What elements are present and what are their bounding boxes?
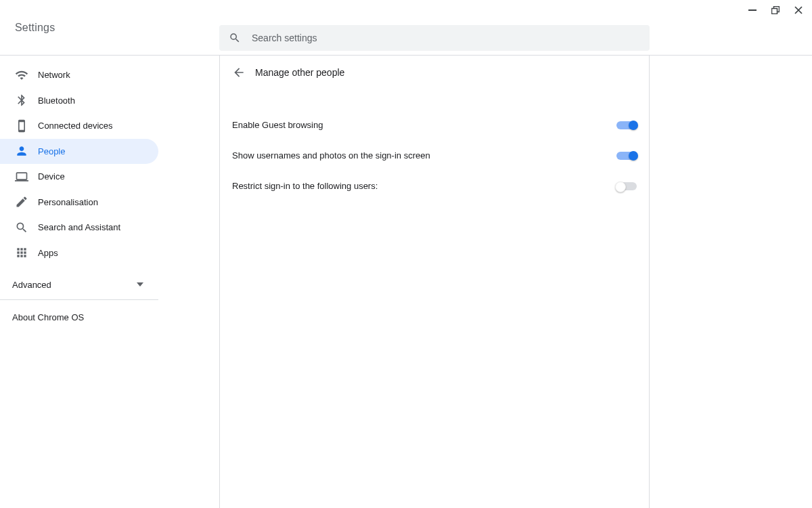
- restore-button[interactable]: [770, 5, 781, 16]
- sidebar-item-people[interactable]: People: [0, 139, 158, 165]
- sidebar-item-apps[interactable]: Apps: [0, 240, 158, 266]
- sidebar-item-label: People: [38, 146, 65, 156]
- pencil-icon: [15, 195, 28, 209]
- sidebar-item-label: Connected devices: [38, 121, 113, 131]
- search-icon: [229, 32, 241, 44]
- setting-label: Show usernames and photos on the sign-in…: [232, 150, 430, 161]
- sidebar-about[interactable]: About Chrome OS: [0, 300, 158, 334]
- sidebar-item-label: Personalisation: [38, 197, 98, 207]
- app-title: Settings: [0, 22, 55, 34]
- sidebar-item-bluetooth[interactable]: Bluetooth: [0, 88, 158, 114]
- sidebar-item-label: Device: [38, 171, 65, 182]
- apps-icon: [15, 246, 28, 259]
- sidebar-item-label: Network: [38, 70, 70, 80]
- search-field[interactable]: [219, 25, 650, 51]
- sidebar: Network Bluetooth Connected devices Peop…: [0, 56, 158, 508]
- arrow-back-icon: [232, 66, 246, 79]
- chevron-down-icon: [137, 282, 143, 287]
- close-button[interactable]: [793, 5, 804, 16]
- about-label: About Chrome OS: [12, 312, 84, 322]
- wifi-icon: [15, 68, 28, 82]
- sidebar-item-search-assistant[interactable]: Search and Assistant: [0, 215, 158, 240]
- sidebar-item-network[interactable]: Network: [0, 62, 158, 88]
- page-title: Manage other people: [255, 67, 344, 78]
- setting-label: Restrict sign-in to the following users:: [232, 181, 378, 191]
- sidebar-item-label: Search and Assistant: [38, 222, 120, 232]
- window-controls: [739, 0, 812, 20]
- sidebar-advanced-toggle[interactable]: Advanced: [0, 270, 158, 299]
- svg-rect-2: [772, 9, 777, 14]
- search-icon: [15, 221, 28, 234]
- sidebar-item-connected-devices[interactable]: Connected devices: [0, 113, 158, 139]
- main-content: Manage other people Enable Guest browsin…: [219, 56, 650, 508]
- setting-show-usernames: Show usernames and photos on the sign-in…: [220, 140, 649, 171]
- search-input[interactable]: [250, 32, 640, 44]
- toggle-show-usernames[interactable]: [616, 152, 637, 160]
- sidebar-item-personalisation[interactable]: Personalisation: [0, 190, 158, 215]
- toggle-guest-browsing[interactable]: [616, 121, 637, 129]
- advanced-label: Advanced: [12, 280, 51, 290]
- setting-restrict-signin: Restrict sign-in to the following users:: [220, 171, 649, 201]
- phone-icon: [15, 119, 28, 133]
- app-header: Settings: [0, 0, 812, 56]
- subpage-header: Manage other people: [220, 56, 649, 89]
- laptop-icon: [15, 170, 28, 184]
- sidebar-item-label: Bluetooth: [38, 96, 75, 106]
- back-button[interactable]: [232, 66, 246, 79]
- toggle-restrict-signin[interactable]: [616, 182, 637, 190]
- svg-rect-0: [748, 9, 757, 11]
- minimize-button[interactable]: [747, 5, 758, 16]
- setting-label: Enable Guest browsing: [232, 120, 323, 130]
- sidebar-item-device[interactable]: Device: [0, 164, 158, 190]
- bluetooth-icon: [15, 93, 28, 107]
- setting-guest-browsing: Enable Guest browsing: [220, 110, 649, 140]
- sidebar-item-label: Apps: [38, 248, 58, 258]
- person-icon: [15, 144, 28, 158]
